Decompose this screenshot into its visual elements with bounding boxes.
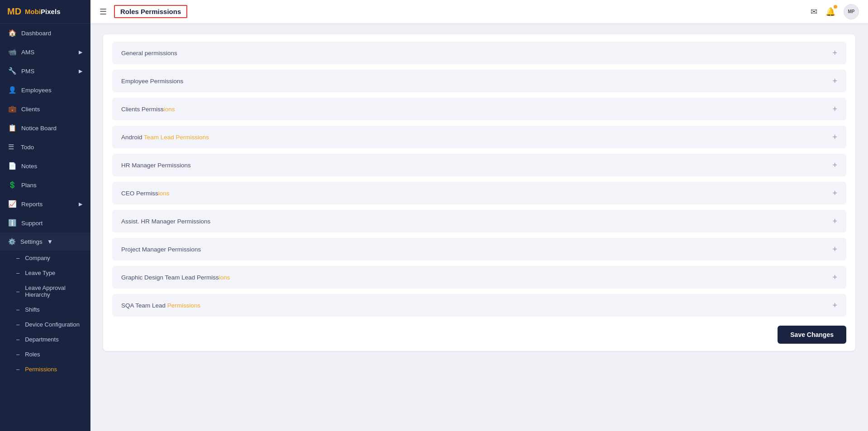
permission-label-project-manager: Project Manager Permissions — [121, 246, 201, 253]
permission-plus-employee[interactable]: + — [832, 77, 837, 85]
sidebar-item-notes[interactable]: 📄 Notes — [0, 156, 90, 175]
sidebar-item-employees[interactable]: 👤 Employees — [0, 81, 90, 99]
sidebar-sub-item-shifts[interactable]: –Shifts — [0, 302, 90, 317]
sidebar-item-todo[interactable]: ☰ Todo — [0, 137, 90, 156]
clients-icon: 💼 — [8, 105, 17, 113]
content-area: General permissions+Employee Permissions… — [90, 24, 868, 431]
page-title: Roles Permissions — [114, 5, 187, 18]
topbar: ☰ Roles Permissions ✉ 🔔 MP — [90, 0, 868, 24]
permission-plus-graphic-design[interactable]: + — [832, 273, 837, 281]
sidebar-item-ams[interactable]: 📹 AMS ▶ — [0, 43, 90, 62]
permission-plus-project-manager[interactable]: + — [832, 245, 837, 253]
sidebar-item-plans[interactable]: 💲 Plans — [0, 175, 90, 194]
notice-board-icon: 📋 — [8, 124, 17, 132]
permission-plus-ceo[interactable]: + — [832, 189, 837, 197]
permission-plus-sqa-lead[interactable]: + — [832, 301, 837, 309]
sidebar-item-dashboard[interactable]: 🏠 Dashboard — [0, 24, 90, 43]
logo-text: MobiPixels — [25, 8, 60, 15]
topbar-right: ✉ 🔔 MP — [811, 4, 859, 19]
sidebar-logo: MD MobiPixels — [0, 0, 90, 24]
sidebar-nav: 🏠 Dashboard 📹 AMS ▶ 🔧 PMS ▶ 👤 Employees … — [0, 24, 90, 232]
permission-plus-clients[interactable]: + — [832, 105, 837, 113]
todo-icon: ☰ — [8, 143, 16, 151]
permission-label-assist-hr: Assist. HR Manager Permissions — [121, 218, 210, 225]
sidebar-item-clients[interactable]: 💼 Clients — [0, 99, 90, 118]
support-icon: ℹ️ — [8, 219, 17, 227]
permission-label-sqa-lead: SQA Team Lead Permissions — [121, 302, 200, 309]
reports-chevron-icon: ▶ — [79, 201, 82, 207]
permissions-card: General permissions+Employee Permissions… — [103, 34, 855, 351]
permissions-list: General permissions+Employee Permissions… — [112, 42, 846, 317]
employees-icon: 👤 — [8, 86, 17, 94]
pms-icon: 🔧 — [8, 67, 17, 75]
permission-plus-hr-manager[interactable]: + — [832, 161, 837, 169]
sidebar-sub-item-device-configuration[interactable]: –Device Configuration — [0, 317, 90, 332]
permission-plus-android-lead[interactable]: + — [832, 133, 837, 141]
permission-label-graphic-design: Graphic Design Team Lead Permissions — [121, 274, 230, 281]
permission-label-android-lead: Android Team Lead Permissions — [121, 134, 209, 141]
notification-icon[interactable]: 🔔 — [825, 7, 835, 17]
permission-label-general: General permissions — [121, 50, 177, 57]
permission-row-sqa-lead[interactable]: SQA Team Lead Permissions+ — [112, 294, 846, 317]
permission-row-general[interactable]: General permissions+ — [112, 42, 846, 64]
sidebar-sub-item-roles[interactable]: –Roles — [0, 347, 90, 362]
permission-plus-general[interactable]: + — [832, 49, 837, 57]
sidebar-sub-item-leave-type[interactable]: –Leave Type — [0, 265, 90, 280]
dashboard-icon: 🏠 — [8, 29, 17, 37]
sidebar-sub-item-leave-approval-hierarchy[interactable]: –Leave Approval Hierarchy — [0, 280, 90, 302]
permission-row-graphic-design[interactable]: Graphic Design Team Lead Permissions+ — [112, 266, 846, 289]
ams-chevron-icon: ▶ — [79, 49, 82, 55]
sidebar-item-reports[interactable]: 📈 Reports ▶ — [0, 194, 90, 213]
settings-chevron-icon: ▼ — [47, 238, 53, 245]
plans-icon: 💲 — [8, 181, 17, 189]
sidebar: MD MobiPixels 🏠 Dashboard 📹 AMS ▶ 🔧 PMS … — [0, 0, 90, 431]
permission-row-clients[interactable]: Clients Permissions+ — [112, 98, 846, 120]
sidebar-sub-item-permissions[interactable]: –Permissions — [0, 362, 90, 377]
permission-row-android-lead[interactable]: Android Team Lead Permissions+ — [112, 126, 846, 148]
permission-row-hr-manager[interactable]: HR Manager Permissions+ — [112, 154, 846, 176]
save-btn-row: Save Changes — [112, 326, 846, 344]
ams-icon: 📹 — [8, 48, 17, 56]
permission-label-hr-manager: HR Manager Permissions — [121, 162, 191, 169]
permission-row-assist-hr[interactable]: Assist. HR Manager Permissions+ — [112, 210, 846, 232]
permission-label-employee: Employee Permissions — [121, 78, 183, 85]
settings-sub-nav: –Company–Leave Type–Leave Approval Hiera… — [0, 251, 90, 377]
permission-label-clients: Clients Permissions — [121, 106, 175, 113]
sidebar-sub-item-departments[interactable]: –Departments — [0, 332, 90, 347]
sidebar-item-notice-board[interactable]: 📋 Notice Board — [0, 118, 90, 137]
permission-row-project-manager[interactable]: Project Manager Permissions+ — [112, 238, 846, 260]
reports-icon: 📈 — [8, 200, 17, 208]
logo-icon: MD — [7, 6, 21, 17]
mail-icon[interactable]: ✉ — [811, 7, 817, 17]
hamburger-icon[interactable]: ☰ — [100, 7, 107, 17]
permission-plus-assist-hr[interactable]: + — [832, 217, 837, 225]
notes-icon: 📄 — [8, 162, 17, 170]
pms-chevron-icon: ▶ — [79, 68, 82, 74]
settings-icon: ⚙️ — [8, 238, 16, 245]
sidebar-item-settings[interactable]: ⚙️ Settings ▼ — [0, 232, 90, 251]
sidebar-item-support[interactable]: ℹ️ Support — [0, 213, 90, 232]
main-wrapper: ☰ Roles Permissions ✉ 🔔 MP General permi… — [90, 0, 868, 431]
permission-label-ceo: CEO Permissions — [121, 190, 170, 197]
sidebar-item-pms[interactable]: 🔧 PMS ▶ — [0, 62, 90, 81]
permission-row-employee[interactable]: Employee Permissions+ — [112, 70, 846, 92]
save-changes-button[interactable]: Save Changes — [778, 326, 846, 344]
avatar[interactable]: MP — [844, 4, 859, 19]
sidebar-sub-item-company[interactable]: –Company — [0, 251, 90, 265]
permission-row-ceo[interactable]: CEO Permissions+ — [112, 182, 846, 204]
